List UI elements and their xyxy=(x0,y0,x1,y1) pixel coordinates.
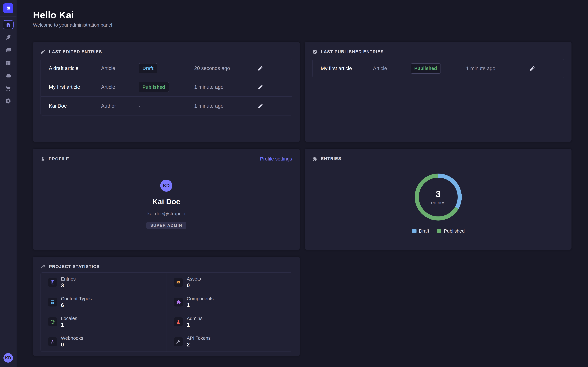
page-title: Hello Kai xyxy=(33,9,571,20)
status-badge: Draft xyxy=(139,63,157,73)
entries-legend: Draft Published xyxy=(412,228,465,234)
cart-icon xyxy=(5,85,11,91)
stat-value: 1 xyxy=(187,302,214,308)
draft-swatch xyxy=(412,229,416,234)
stat-label: Locales xyxy=(61,316,77,321)
legend-label: Draft xyxy=(419,228,429,234)
card-title: PROFILE xyxy=(49,156,69,161)
entry-type: Article xyxy=(101,65,139,71)
profile-name: Kai Doe xyxy=(152,197,180,206)
stat-label: Entries xyxy=(61,276,76,282)
card-title: LAST EDITED ENTRIES xyxy=(49,49,102,54)
user-avatar[interactable]: KD xyxy=(3,353,13,363)
page-subtitle: Welcome to your administration panel xyxy=(33,22,571,28)
stat-webhooks: Webhooks 0 xyxy=(41,332,166,351)
layout-icon xyxy=(5,60,11,66)
status-empty: - xyxy=(139,103,194,109)
stat-value: 6 xyxy=(61,302,92,308)
published-swatch xyxy=(437,229,441,234)
sidebar-nav xyxy=(3,20,14,105)
sidebar-item-marketplace[interactable] xyxy=(3,84,14,93)
stat-label: Assets xyxy=(187,276,201,282)
stat-label: Admins xyxy=(187,316,203,321)
entry-time: 1 minute ago xyxy=(466,66,528,71)
layout-icon xyxy=(48,298,57,307)
edit-entry-button[interactable] xyxy=(256,83,264,91)
entry-time: 20 seconds ago xyxy=(194,65,256,71)
trend-up-icon xyxy=(41,264,45,269)
stat-admins: Admins 1 xyxy=(166,312,292,332)
key-icon xyxy=(174,337,183,346)
stat-content-types: Content-Types 6 xyxy=(41,292,166,312)
webhook-icon xyxy=(48,337,57,346)
table-row: A draft article Article Draft 20 seconds… xyxy=(41,59,292,78)
stat-value: 3 xyxy=(61,282,76,289)
card-title: LAST PUBLISHED ENTRIES xyxy=(321,49,384,54)
main-content: Hello Kai Welcome to your administration… xyxy=(17,0,588,356)
sidebar-item-content-manager[interactable] xyxy=(3,33,14,42)
entry-name: My first article xyxy=(49,84,101,90)
card-title: PROJECT STATISTICS xyxy=(49,264,100,269)
globe-icon xyxy=(48,317,57,326)
table-row: My first article Article Published 1 min… xyxy=(313,59,564,78)
entry-name: My first article xyxy=(321,66,373,71)
stat-label: Components xyxy=(187,296,214,301)
stat-label: Webhooks xyxy=(61,335,83,341)
check-circle-icon xyxy=(312,50,317,54)
legend-label: Published xyxy=(444,228,465,234)
entry-type: Article xyxy=(373,66,411,71)
entry-time: 1 minute ago xyxy=(194,103,256,109)
profile-avatar: KD xyxy=(160,180,172,192)
dashboard-grid: LAST EDITED ENTRIES A draft article Arti… xyxy=(33,42,571,356)
entry-name: A draft article xyxy=(49,65,101,71)
stat-label: Content-Types xyxy=(61,296,92,301)
sidebar-item-content-type-builder[interactable] xyxy=(3,58,14,67)
entries-doc-icon xyxy=(48,278,57,287)
puzzle-icon xyxy=(174,298,183,307)
stat-label: API Tokens xyxy=(187,335,210,341)
stat-value: 2 xyxy=(187,342,210,348)
strapi-logo[interactable] xyxy=(3,3,13,13)
edit-entry-button[interactable] xyxy=(256,102,264,110)
card-title: ENTRIES xyxy=(321,156,341,161)
stat-value: 1 xyxy=(187,322,203,328)
table-row: Kai Doe Author - 1 minute ago xyxy=(41,97,292,115)
entry-type: Author xyxy=(101,103,139,109)
profile-card: PROFILE Profile settings KD Kai Doe kai.… xyxy=(33,149,300,250)
status-badge: Published xyxy=(139,82,169,92)
table-row: My first article Article Published 1 min… xyxy=(41,78,292,97)
last-edited-entries-card: LAST EDITED ENTRIES A draft article Arti… xyxy=(33,42,300,142)
entries-total: 3 xyxy=(431,189,445,199)
entry-time: 1 minute ago xyxy=(194,84,256,90)
puzzle-icon xyxy=(312,156,317,161)
entries-card: ENTRIES 3 entries Draft Publis xyxy=(305,149,572,250)
person-icon xyxy=(174,317,183,326)
profile-email: kai.doe@strapi.io xyxy=(147,211,185,217)
sidebar-item-home[interactable] xyxy=(3,20,14,29)
edit-entry-button[interactable] xyxy=(528,64,536,73)
legend-item-draft: Draft xyxy=(412,228,429,234)
last-published-table: My first article Article Published 1 min… xyxy=(312,59,564,78)
user-icon xyxy=(41,157,45,161)
entries-donut: 3 entries xyxy=(415,174,462,221)
stats-grid: Entries 3 Assets xyxy=(41,272,292,352)
stat-components: Components 1 xyxy=(166,292,292,312)
last-published-entries-card: LAST PUBLISHED ENTRIES My first article … xyxy=(305,42,572,142)
cloud-icon xyxy=(5,72,11,79)
stat-locales: Locales 1 xyxy=(41,312,166,332)
sidebar-item-deploy[interactable] xyxy=(3,71,14,80)
stat-assets: Assets 0 xyxy=(166,273,292,292)
sidebar-item-media-library[interactable] xyxy=(3,46,14,54)
sidebar-item-settings[interactable] xyxy=(3,97,14,105)
role-badge: SUPER ADMIN xyxy=(146,222,186,229)
profile-settings-link[interactable]: Profile settings xyxy=(260,156,292,162)
legend-item-published: Published xyxy=(437,228,465,234)
edit-entry-button[interactable] xyxy=(256,64,264,72)
last-edited-table: A draft article Article Draft 20 seconds… xyxy=(41,59,292,116)
pencil-icon xyxy=(41,50,45,54)
stat-value: 0 xyxy=(187,282,201,289)
strapi-logo-icon xyxy=(5,6,11,11)
feather-icon xyxy=(5,34,11,41)
entry-type: Article xyxy=(101,84,139,90)
entries-total-label: entries xyxy=(431,200,445,205)
